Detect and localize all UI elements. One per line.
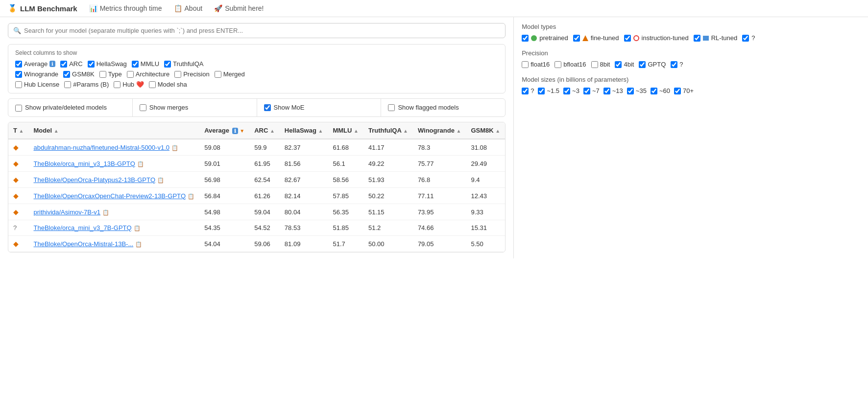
- prec-bfloat16-checkbox[interactable]: [555, 61, 561, 68]
- filter-flagged-checkbox[interactable]: [388, 104, 395, 111]
- size-70plus[interactable]: 70+: [674, 87, 694, 94]
- size-60[interactable]: ~60: [651, 87, 670, 94]
- copy-icon[interactable]: 📋: [134, 225, 141, 231]
- col-type[interactable]: Type: [99, 70, 122, 78]
- prec-float16-checkbox[interactable]: [522, 61, 529, 68]
- filter-private-checkbox[interactable]: [15, 105, 22, 112]
- col-architecture[interactable]: Architecture: [127, 70, 169, 78]
- prec-unknown[interactable]: ?: [671, 61, 683, 68]
- model-link[interactable]: TheBloke/orca_mini_v3_13B-GPTQ: [33, 160, 135, 167]
- col-hub[interactable]: Hub ❤️: [114, 81, 144, 88]
- type-fine-tuned-checkbox[interactable]: [573, 35, 580, 42]
- size-13-checkbox[interactable]: [603, 88, 610, 94]
- col-header-arc[interactable]: ARC ▲: [249, 122, 280, 139]
- copy-icon[interactable]: 📋: [157, 177, 164, 183]
- col-params[interactable]: #Params (B): [64, 81, 109, 88]
- copy-icon[interactable]: 📋: [135, 241, 142, 247]
- size-7-checkbox[interactable]: [583, 88, 590, 94]
- col-hellaswag-checkbox[interactable]: [88, 61, 95, 68]
- col-header-mmlu[interactable]: MMLU ▲: [328, 122, 363, 139]
- col-model-sha-checkbox[interactable]: [149, 81, 156, 88]
- model-link[interactable]: TheBloke/orca_mini_v3_7B-GPTQ: [33, 224, 131, 231]
- type-unknown-checkbox[interactable]: [742, 35, 749, 42]
- type-instruction-tuned-checkbox[interactable]: [624, 35, 631, 42]
- col-merged[interactable]: Merged: [215, 70, 245, 78]
- col-mmlu-checkbox[interactable]: [132, 61, 139, 68]
- filter-moe-checkbox[interactable]: [264, 104, 271, 111]
- size-70plus-checkbox[interactable]: [674, 88, 681, 94]
- col-winogrande-checkbox[interactable]: [15, 71, 22, 78]
- col-precision[interactable]: Precision: [174, 70, 209, 78]
- col-hub-checkbox[interactable]: [114, 81, 121, 88]
- size-unknown-checkbox[interactable]: [522, 88, 529, 94]
- filter-moe-label[interactable]: Show MoE: [264, 104, 374, 111]
- col-params-checkbox[interactable]: [64, 81, 71, 88]
- type-rl-tuned-checkbox[interactable]: [694, 35, 700, 42]
- type-unknown[interactable]: ?: [742, 34, 755, 42]
- prec-8bit[interactable]: 8bit: [591, 61, 610, 68]
- type-pretrained[interactable]: pretrained: [522, 34, 568, 42]
- col-precision-checkbox[interactable]: [174, 71, 181, 78]
- col-mmlu[interactable]: MMLU: [132, 60, 159, 68]
- col-type-checkbox[interactable]: [99, 71, 106, 78]
- search-input[interactable]: [24, 27, 500, 34]
- type-instruction-tuned[interactable]: instruction-tuned: [624, 34, 689, 42]
- type-fine-tuned[interactable]: fine-tuned: [573, 34, 619, 42]
- size-unknown[interactable]: ?: [522, 87, 534, 94]
- filter-merges-label[interactable]: Show merges: [140, 104, 250, 111]
- model-link[interactable]: abdulrahman-nuzha/finetuned-Mistral-5000…: [33, 144, 169, 151]
- prec-4bit-checkbox[interactable]: [615, 61, 622, 68]
- col-winogrande[interactable]: Winogrande: [15, 70, 58, 78]
- col-header-truthfulqa[interactable]: TruthfulQA ▲: [363, 122, 413, 139]
- model-link[interactable]: prithivida/Asimov-7B-v1: [33, 208, 100, 216]
- size-1-5-checkbox[interactable]: [538, 88, 545, 94]
- col-average-checkbox[interactable]: [15, 61, 22, 68]
- size-3[interactable]: ~3: [563, 87, 579, 94]
- copy-icon[interactable]: 📋: [188, 193, 194, 199]
- type-rl-tuned[interactable]: RL-tuned: [694, 34, 737, 42]
- prec-bfloat16[interactable]: bfloat16: [555, 61, 586, 68]
- col-architecture-checkbox[interactable]: [127, 71, 134, 78]
- copy-icon[interactable]: 📋: [171, 145, 178, 151]
- prec-gptq-checkbox[interactable]: [639, 61, 646, 68]
- col-model-sha[interactable]: Model sha: [149, 81, 187, 88]
- col-header-hellaswag[interactable]: HellaSwag ▲: [280, 122, 328, 139]
- size-60-checkbox[interactable]: [651, 88, 657, 94]
- filter-merges-checkbox[interactable]: [140, 104, 146, 111]
- col-hub-license[interactable]: Hub License: [15, 81, 59, 88]
- size-3-checkbox[interactable]: [563, 88, 570, 94]
- col-arc[interactable]: ARC: [60, 60, 82, 68]
- prec-float16[interactable]: float16: [522, 61, 550, 68]
- col-truthfulqa-checkbox[interactable]: [164, 61, 171, 68]
- copy-icon[interactable]: 📋: [137, 161, 144, 167]
- nav-submit[interactable]: 🚀 Submit here!: [214, 4, 264, 12]
- filter-private-label[interactable]: Show private/deleted models: [15, 104, 125, 112]
- col-hellaswag[interactable]: HellaSwag: [88, 60, 127, 68]
- size-35-checkbox[interactable]: [627, 88, 634, 94]
- filter-flagged-label[interactable]: Show flagged models: [388, 104, 498, 111]
- col-header-model[interactable]: Model ▲: [28, 122, 199, 139]
- col-arc-checkbox[interactable]: [60, 61, 67, 68]
- nav-about[interactable]: 📋 About: [174, 4, 203, 12]
- model-link[interactable]: TheBloke/OpenOrcaxOpenChat-Preview2-13B-…: [33, 192, 186, 200]
- size-35[interactable]: ~35: [627, 87, 647, 94]
- col-hub-license-checkbox[interactable]: [15, 81, 22, 88]
- col-gsm8k[interactable]: GSM8K: [63, 70, 95, 78]
- col-header-type[interactable]: T ▲: [8, 122, 28, 139]
- prec-8bit-checkbox[interactable]: [591, 61, 598, 68]
- model-link[interactable]: TheBloke/OpenOrca-Platypus2-13B-GPTQ: [33, 176, 155, 184]
- col-header-winogrande[interactable]: Winogrande ▲: [413, 122, 466, 139]
- size-13[interactable]: ~13: [603, 87, 623, 94]
- col-gsm8k-checkbox[interactable]: [63, 71, 70, 78]
- prec-4bit[interactable]: 4bit: [615, 61, 634, 68]
- col-merged-checkbox[interactable]: [215, 71, 221, 78]
- col-header-gsm8k[interactable]: GSM8K ▲: [466, 122, 505, 139]
- prec-gptq[interactable]: GPTQ: [639, 61, 666, 68]
- col-average[interactable]: Average ℹ: [15, 60, 55, 68]
- copy-icon[interactable]: 📋: [102, 209, 109, 215]
- col-header-average[interactable]: Average ℹ ▼: [199, 122, 249, 139]
- col-truthfulqa[interactable]: TruthfulQA: [164, 60, 203, 68]
- nav-metrics[interactable]: 📊 Metrics through time: [89, 4, 162, 12]
- size-1-5[interactable]: ~1.5: [538, 87, 559, 94]
- prec-unknown-checkbox[interactable]: [671, 61, 677, 68]
